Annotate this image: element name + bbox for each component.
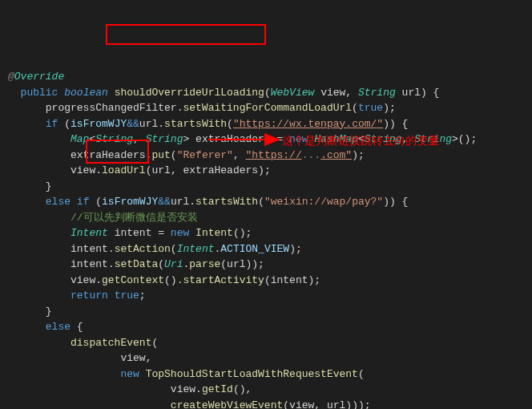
true: true [358, 102, 383, 114]
obj: view [71, 274, 95, 286]
kw-public: public [21, 87, 58, 99]
cond: isFromWJY [71, 118, 127, 130]
cls: Uri [164, 258, 183, 270]
type: String [95, 133, 133, 145]
str: "https:// [246, 149, 302, 161]
obj: view [171, 383, 195, 395]
call: setWaitingForCommandLoadUrl [183, 102, 352, 114]
obj: view [71, 164, 95, 176]
param-type-2: String [358, 87, 396, 99]
call: dispatchEvent [71, 337, 151, 349]
arg: view [289, 399, 314, 410]
obj: progressChangedFilter [46, 102, 177, 114]
type: String [146, 133, 183, 145]
highlight-box-method [106, 24, 266, 45]
return: return [71, 290, 108, 302]
obj: intent [71, 258, 108, 270]
call: put [151, 149, 170, 161]
call: setData [115, 258, 159, 270]
param-type-1: WebView [271, 87, 315, 99]
cond: isFromWJY [102, 196, 158, 208]
annotation-name: Override [14, 71, 64, 83]
arg: intent [271, 274, 308, 286]
var: extraHeaders [195, 133, 271, 145]
call: getContext [102, 274, 164, 286]
obj: intent [71, 243, 108, 255]
const: ACTION_VIEW [220, 243, 289, 255]
str: "weixin://wap/pay?" [264, 196, 383, 208]
new: new [120, 368, 139, 380]
arg: view [120, 352, 145, 364]
if: if [46, 118, 58, 130]
type: Map [71, 133, 89, 145]
type: Intent [71, 227, 108, 239]
arg: url [151, 164, 170, 176]
obscured: ... [302, 149, 320, 161]
annotation-at: @ [8, 71, 14, 83]
op: && [127, 118, 139, 130]
call: loadUrl [102, 164, 146, 176]
true: true [115, 290, 139, 302]
param-name-2: url [402, 87, 421, 99]
ctor: TopShouldStartLoadWithRequestEvent [146, 368, 358, 380]
call: setAction [115, 243, 171, 255]
if: if [77, 196, 90, 208]
op: && [158, 196, 171, 208]
obj: url [139, 118, 158, 130]
else: else [46, 321, 71, 333]
annotation-note: 这个是判断链接跳转去向的变量 [282, 132, 439, 149]
method-name: shouldOverrideUrlLoading [115, 87, 264, 99]
code-block: @Override public boolean shouldOverrideU… [8, 69, 524, 409]
kw-boolean: boolean [64, 87, 108, 99]
ctor: Intent [195, 227, 233, 239]
arg: extraHeaders [183, 164, 258, 176]
obj: extraHeaders [71, 149, 146, 161]
call: startActivity [183, 274, 264, 286]
comment: //可以先判断微信是否安装 [71, 212, 198, 224]
call: parse [189, 258, 220, 270]
param-name-1: view [320, 87, 345, 99]
arg: url [327, 399, 345, 410]
str: "https://wx.tenpay.com/" [233, 118, 383, 130]
str: .com" [320, 149, 352, 161]
call: createWebViewEvent [171, 399, 283, 410]
cls: Intent [177, 243, 215, 255]
obj: url [171, 196, 189, 208]
call: getId [202, 383, 233, 395]
call: startsWith [195, 196, 258, 208]
str: "Referer" [177, 149, 233, 161]
arg: url [227, 258, 245, 270]
new: new [171, 227, 189, 239]
call: startsWith [164, 118, 227, 130]
else: else [46, 196, 71, 208]
var: intent [115, 227, 152, 239]
